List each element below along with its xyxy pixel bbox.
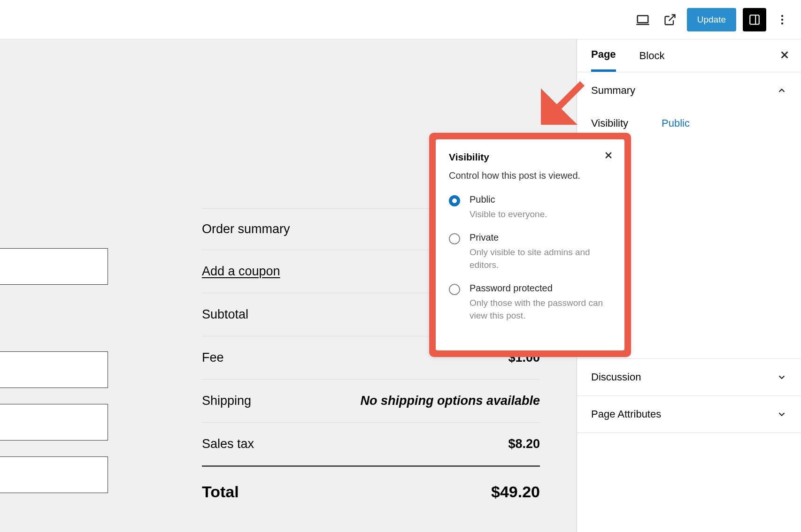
visibility-label: Visibility bbox=[591, 117, 662, 129]
billing-input-1[interactable] bbox=[0, 248, 108, 285]
discussion-section-title: Discussion bbox=[591, 371, 641, 383]
tab-block[interactable]: Block bbox=[639, 39, 665, 72]
svg-point-5 bbox=[781, 18, 783, 20]
option-title: Private bbox=[470, 232, 611, 243]
popup-description: Control how this post is viewed. bbox=[449, 170, 611, 181]
settings-panel-toggle-icon[interactable] bbox=[743, 8, 766, 31]
summary-section-toggle[interactable]: Summary bbox=[577, 72, 801, 109]
billing-fields-partial bbox=[0, 248, 108, 509]
total-label: Total bbox=[202, 483, 239, 501]
option-sub: Only those with the password can view th… bbox=[470, 296, 611, 322]
svg-rect-0 bbox=[637, 15, 648, 23]
discussion-section-toggle[interactable]: Discussion bbox=[577, 358, 801, 395]
visibility-option-password[interactable]: Password protected Only those with the p… bbox=[449, 283, 611, 322]
add-coupon-link[interactable]: Add a coupon bbox=[202, 264, 280, 278]
visibility-value[interactable]: Public bbox=[662, 117, 690, 129]
billing-input-4[interactable] bbox=[0, 456, 108, 493]
tax-row: Sales tax $8.20 bbox=[202, 423, 540, 467]
radio-private[interactable] bbox=[449, 233, 460, 244]
editor-toolbar: Update bbox=[632, 0, 801, 39]
visibility-option-private[interactable]: Private Only visible to site admins and … bbox=[449, 232, 611, 272]
more-options-icon[interactable] bbox=[773, 14, 792, 25]
radio-password[interactable] bbox=[449, 284, 460, 295]
chevron-down-icon bbox=[777, 372, 787, 382]
external-link-icon[interactable] bbox=[660, 9, 680, 30]
option-title: Public bbox=[470, 194, 547, 205]
option-sub: Only visible to site admins and editors. bbox=[470, 246, 611, 272]
svg-point-4 bbox=[781, 15, 783, 16]
option-sub: Visible to everyone. bbox=[470, 208, 547, 221]
billing-input-2[interactable] bbox=[0, 351, 108, 388]
page-attributes-section-toggle[interactable]: Page Attributes bbox=[577, 395, 801, 433]
option-title: Password protected bbox=[470, 283, 611, 294]
close-popup-icon[interactable] bbox=[604, 151, 613, 162]
subtotal-label: Subtotal bbox=[202, 307, 248, 322]
billing-input-3[interactable] bbox=[0, 404, 108, 441]
svg-point-6 bbox=[781, 22, 783, 24]
visibility-popup: Visibility Control how this post is view… bbox=[436, 139, 624, 350]
svg-rect-2 bbox=[750, 15, 759, 24]
chevron-down-icon bbox=[777, 409, 787, 419]
visibility-option-public[interactable]: Public Visible to everyone. bbox=[449, 194, 611, 221]
tab-page[interactable]: Page bbox=[591, 39, 616, 72]
summary-section-title: Summary bbox=[591, 84, 635, 97]
total-row: Total $49.20 bbox=[202, 467, 540, 501]
tax-value: $8.20 bbox=[508, 437, 540, 451]
chevron-up-icon bbox=[777, 85, 787, 96]
svg-line-1 bbox=[669, 15, 675, 21]
radio-public[interactable] bbox=[449, 195, 460, 206]
update-button[interactable]: Update bbox=[687, 8, 736, 31]
tax-label: Sales tax bbox=[202, 437, 254, 451]
device-preview-icon[interactable] bbox=[632, 9, 653, 30]
annotation-highlight-frame: Visibility Control how this post is view… bbox=[429, 133, 631, 357]
sidebar-tabs: Page Block bbox=[577, 39, 801, 72]
order-summary-heading: Order summary bbox=[202, 222, 290, 236]
popup-title: Visibility bbox=[449, 152, 611, 163]
page-attributes-section-title: Page Attributes bbox=[591, 408, 661, 420]
total-value: $49.20 bbox=[491, 483, 540, 501]
close-sidebar-icon[interactable] bbox=[779, 50, 790, 62]
shipping-label: Shipping bbox=[202, 394, 251, 408]
shipping-value: No shipping options available bbox=[360, 394, 540, 408]
shipping-row: Shipping No shipping options available bbox=[202, 380, 540, 423]
fee-label: Fee bbox=[202, 350, 224, 365]
